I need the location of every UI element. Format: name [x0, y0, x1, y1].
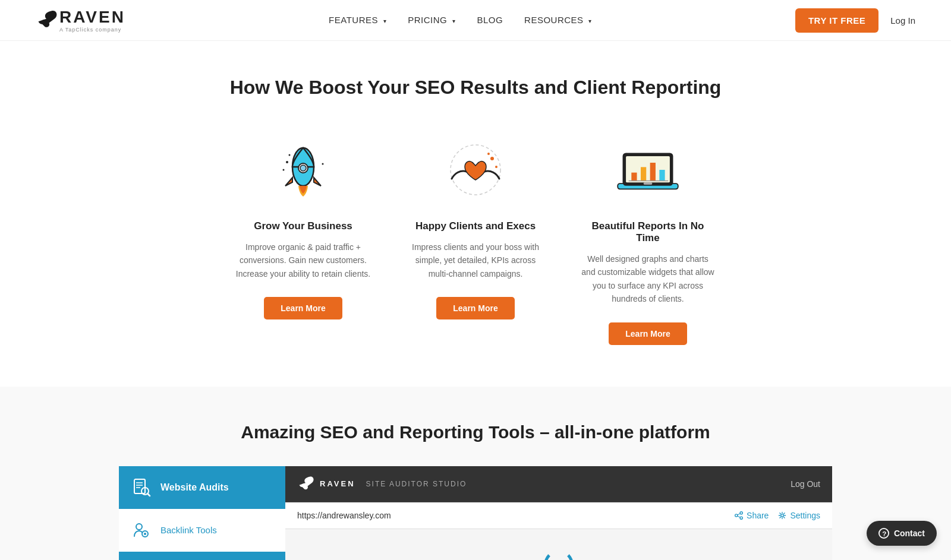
svg-point-9 — [495, 166, 497, 168]
tools-container: Website Audits Backlink Tools — [119, 466, 832, 560]
main-panel: RAVEN SITE AUDITOR STUDIO Log Out https:… — [285, 466, 832, 560]
laptop-chart-icon — [580, 131, 716, 208]
sidebar-item-backlink-tools[interactable]: Backlink Tools — [119, 509, 285, 552]
card-happy-clients: Happy Clients and Execs Impress clients … — [407, 131, 544, 345]
nav-right: TRY IT FREE Log In — [795, 8, 915, 33]
boost-heading: How We Boost Your SEO Results and Client… — [24, 77, 927, 99]
rocket-icon — [235, 131, 371, 208]
nav-item-blog[interactable]: BLOG — [477, 15, 503, 26]
svg-point-4 — [289, 154, 291, 156]
card-reports-desc: Well designed graphs and charts and cust… — [580, 252, 716, 306]
svg-point-8 — [490, 157, 494, 160]
nav-item-features[interactable]: FEATURES ▾ — [329, 15, 386, 26]
settings-icon — [778, 511, 786, 520]
chevron-down-icon: ▾ — [383, 18, 387, 24]
sidebar-label-website-audits: Website Audits — [160, 482, 229, 493]
chevron-down-icon: ▾ — [452, 18, 456, 24]
panel-share-button[interactable]: Share — [735, 511, 769, 520]
panel-logo-name: RAVEN — [320, 479, 355, 488]
svg-point-5 — [283, 169, 285, 171]
nav-item-pricing[interactable]: PRICING ▾ — [408, 15, 455, 26]
svg-rect-19 — [644, 182, 653, 185]
svg-line-32 — [738, 516, 741, 517]
section-boost: How We Boost Your SEO Results and Client… — [0, 41, 951, 387]
card-happy-desc: Impress clients and your boss with simpl… — [407, 241, 544, 280]
card-grow-title: Grow Your Business — [235, 220, 371, 232]
contact-label: Contact — [894, 529, 925, 538]
backlink-icon — [131, 520, 152, 541]
nav-links: FEATURES ▾ PRICING ▾ BLOG RESOURCES ▾ — [329, 15, 592, 26]
learn-more-reports-button[interactable]: Learn More — [609, 322, 687, 345]
audit-icon — [131, 477, 152, 498]
card-grow-desc: Improve organic & paid traffic + convers… — [235, 241, 371, 280]
card-grow-business: Grow Your Business Improve organic & pai… — [235, 131, 371, 345]
share-icon — [735, 511, 743, 520]
heart-hands-icon — [407, 131, 544, 208]
section-tools: Amazing SEO and Reporting Tools – all-in… — [0, 387, 951, 560]
svg-rect-20 — [134, 479, 145, 493]
panel-studio-label: SITE AUDITOR STUDIO — [366, 480, 467, 488]
sidebar-panel: Website Audits Backlink Tools — [119, 466, 285, 560]
logo-sub: A TapClicks company — [59, 27, 125, 33]
svg-point-10 — [487, 153, 490, 155]
tools-heading: Amazing SEO and Reporting Tools – all-in… — [24, 422, 927, 442]
try-free-button[interactable]: TRY IT FREE — [795, 8, 878, 33]
panel-raven-icon — [297, 474, 314, 493]
svg-point-30 — [735, 514, 738, 516]
panel-logout-link[interactable]: Log Out — [791, 479, 820, 489]
sidebar-item-website-audits[interactable]: Website Audits — [119, 466, 285, 509]
card-reports-title: Beautiful Reports In No Time — [580, 220, 716, 244]
learn-more-happy-button[interactable]: Learn More — [436, 297, 514, 319]
svg-point-28 — [144, 533, 146, 535]
svg-point-26 — [136, 524, 142, 530]
svg-point-6 — [322, 163, 324, 165]
sidebar-label-backlink-tools: Backlink Tools — [160, 525, 217, 535]
panel-settings-button[interactable]: Settings — [778, 511, 820, 520]
svg-point-31 — [740, 517, 742, 519]
share-label: Share — [747, 511, 769, 520]
settings-label: Settings — [790, 511, 820, 520]
loading-spinner — [544, 550, 574, 560]
svg-point-29 — [740, 511, 742, 514]
question-circle-icon: ? — [878, 528, 889, 539]
svg-point-2 — [300, 165, 306, 171]
svg-rect-14 — [631, 173, 637, 181]
card-reports: Beautiful Reports In No Time Well design… — [580, 131, 716, 345]
learn-more-grow-button[interactable]: Learn More — [264, 297, 342, 319]
card-happy-title: Happy Clients and Execs — [407, 220, 544, 232]
contact-button[interactable]: ? Contact — [867, 521, 937, 546]
cards-row: Grow Your Business Improve organic & pai… — [24, 131, 927, 345]
nav-item-resources[interactable]: RESOURCES ▾ — [524, 15, 592, 26]
svg-point-34 — [781, 514, 783, 516]
panel-url-value: https://andrewansley.com — [297, 511, 391, 520]
panel-url-bar: https://andrewansley.com Share — [285, 502, 832, 529]
logo[interactable]: RAVEN A TapClicks company — [36, 7, 125, 33]
panel-actions: Share Settings — [735, 511, 820, 520]
raven-bird-icon — [36, 7, 57, 33]
svg-rect-15 — [641, 167, 646, 181]
svg-line-25 — [147, 493, 150, 496]
svg-rect-16 — [650, 163, 656, 181]
login-link[interactable]: Log In — [890, 15, 915, 26]
panel-logo: RAVEN SITE AUDITOR STUDIO — [297, 474, 467, 493]
svg-point-3 — [286, 161, 288, 163]
logo-text: RAVEN — [59, 8, 125, 27]
svg-text:?: ? — [882, 530, 886, 537]
chevron-down-icon: ▾ — [588, 18, 592, 24]
svg-line-33 — [738, 513, 741, 514]
panel-content — [285, 529, 832, 560]
navbar: RAVEN A TapClicks company FEATURES ▾ PRI… — [0, 0, 951, 41]
panel-header: RAVEN SITE AUDITOR STUDIO Log Out — [285, 466, 832, 502]
svg-rect-17 — [659, 170, 665, 181]
